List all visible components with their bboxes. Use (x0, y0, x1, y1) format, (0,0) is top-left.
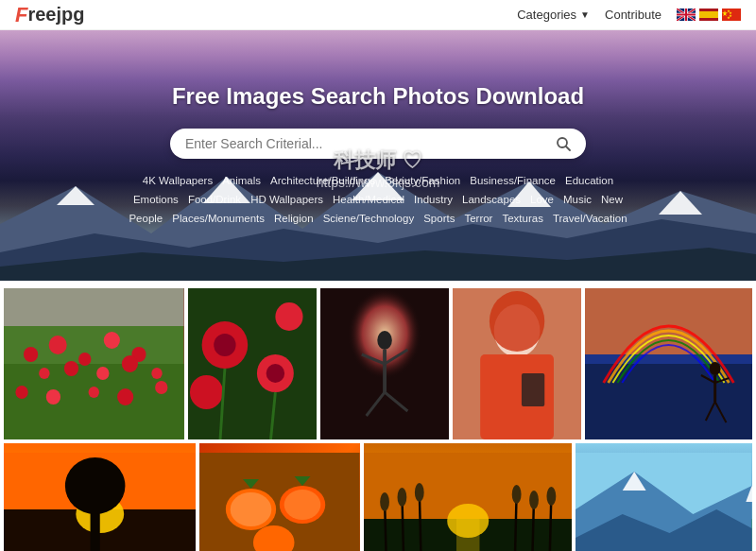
category-tags: 4K Wallpapers Animals Architecture/Build… (113, 174, 643, 229)
image-row-2 (4, 443, 752, 551)
svg-rect-2 (699, 11, 718, 18)
header: F reejpg Categories ▼ Contribute (0, 0, 756, 30)
chevron-down-icon: ▼ (580, 9, 590, 20)
cat-animals[interactable]: Animals (217, 174, 266, 191)
svg-point-31 (15, 386, 27, 399)
svg-point-89 (380, 492, 389, 511)
flag-zh[interactable] (722, 9, 741, 21)
contribute-link[interactable]: Contribute (605, 8, 662, 22)
header-nav: Categories ▼ Contribute (517, 8, 741, 22)
cat-new[interactable]: New (596, 193, 627, 210)
svg-point-94 (547, 487, 557, 506)
image-grid (0, 281, 756, 551)
hero-section: 科技师 ♡ https://www.3kjs.com Free Images S… (0, 30, 756, 281)
hero-title: Free Images Search Photos Download (19, 83, 737, 110)
svg-point-27 (64, 361, 78, 376)
image-card-5[interactable] (585, 288, 752, 439)
svg-rect-58 (522, 373, 544, 406)
svg-point-72 (65, 457, 126, 514)
image-card-7[interactable] (199, 443, 360, 551)
svg-point-91 (415, 483, 424, 502)
svg-point-26 (39, 368, 49, 379)
cat-emotions[interactable]: Emotions (129, 193, 183, 210)
svg-point-43 (275, 302, 302, 331)
svg-point-23 (78, 353, 91, 366)
svg-rect-82 (456, 519, 479, 551)
svg-point-22 (49, 336, 67, 354)
cat-business[interactable]: Business/Finance (465, 174, 560, 191)
cat-landscapes[interactable]: Landscapes (457, 193, 525, 210)
svg-point-75 (231, 492, 272, 526)
svg-line-18 (566, 146, 570, 150)
svg-point-28 (96, 367, 109, 380)
cat-health[interactable]: Health/Medical (328, 193, 409, 210)
cat-education[interactable]: Education (560, 174, 618, 191)
categories-label: Categories (517, 8, 576, 22)
svg-point-57 (490, 291, 544, 352)
svg-point-35 (155, 381, 167, 394)
cat-music[interactable]: Music (558, 193, 596, 210)
svg-point-33 (89, 387, 99, 398)
image-card-2[interactable] (188, 288, 317, 439)
svg-point-30 (151, 368, 162, 379)
svg-point-32 (46, 389, 60, 405)
cat-4k-wallpapers[interactable]: 4K Wallpapers (138, 174, 217, 191)
svg-point-42 (190, 375, 223, 409)
svg-point-92 (512, 485, 522, 504)
svg-point-48 (377, 331, 392, 350)
svg-point-77 (284, 490, 321, 520)
logo-text: reejpg (27, 4, 84, 26)
search-bar (170, 129, 586, 159)
image-row-1 (4, 288, 752, 439)
cat-religion[interactable]: Religion (269, 212, 318, 229)
categories-dropdown[interactable]: Categories ▼ (517, 8, 590, 22)
svg-point-93 (529, 491, 539, 509)
svg-point-90 (398, 488, 407, 507)
cat-food[interactable]: Food/Drink (183, 193, 246, 210)
cat-travel[interactable]: Travel/Vacation (548, 212, 632, 229)
cat-people[interactable]: People (124, 212, 167, 229)
svg-point-29 (122, 355, 138, 372)
language-flags (677, 9, 741, 21)
image-card-4[interactable] (453, 288, 581, 439)
cat-love[interactable]: Love (525, 193, 558, 210)
image-card-6[interactable] (4, 443, 196, 551)
svg-point-62 (710, 362, 721, 375)
search-icon (556, 136, 571, 151)
cat-hd-wallpapers[interactable]: HD Wallpapers (246, 193, 328, 210)
image-card-9[interactable] (576, 443, 752, 551)
svg-point-24 (104, 332, 120, 349)
logo[interactable]: F reejpg (15, 3, 84, 27)
cat-sports[interactable]: Sports (419, 212, 459, 229)
cat-texturas[interactable]: Texturas (497, 212, 547, 229)
svg-rect-60 (585, 364, 752, 439)
svg-point-21 (24, 347, 38, 362)
image-card-3[interactable] (320, 288, 449, 439)
cat-architecture[interactable]: Architecture/Buildings (266, 174, 380, 191)
cat-places[interactable]: Places/Monuments (167, 212, 269, 229)
image-card-8[interactable] (364, 443, 572, 551)
cat-terror[interactable]: Terror (459, 212, 497, 229)
search-button[interactable] (556, 136, 571, 151)
image-card-1[interactable] (4, 288, 184, 439)
hero-content: Free Images Search Photos Download 4K Wa… (0, 83, 756, 229)
svg-rect-36 (4, 288, 184, 326)
flag-en[interactable] (677, 9, 696, 21)
cat-beauty[interactable]: Beauty/Fashion (380, 174, 465, 191)
svg-point-34 (117, 388, 133, 405)
cat-science[interactable]: Sciene/Technology (318, 212, 420, 229)
svg-point-41 (266, 364, 284, 383)
cat-industry[interactable]: Industry (409, 193, 457, 210)
logo-f: F (15, 3, 27, 27)
search-input[interactable] (185, 136, 556, 151)
svg-point-39 (214, 334, 235, 356)
flag-es[interactable] (699, 9, 718, 21)
